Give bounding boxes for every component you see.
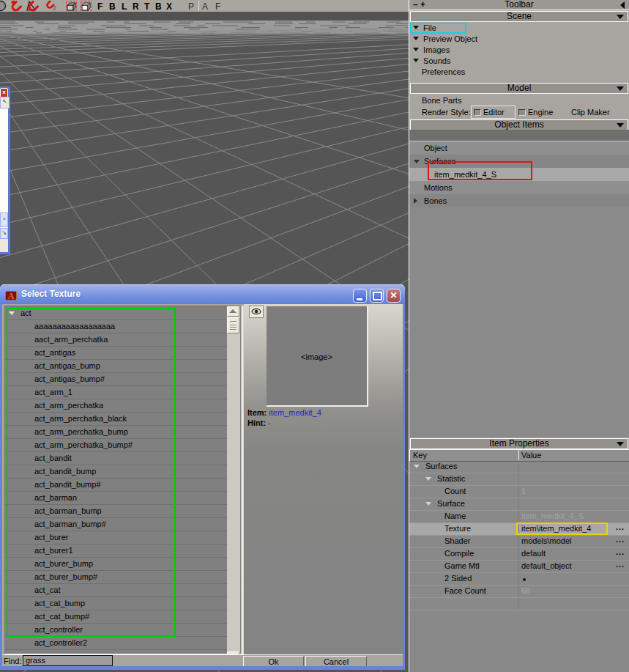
svg-text:A: A [8, 291, 15, 300]
svg-text:2: 2 [53, 4, 56, 12]
